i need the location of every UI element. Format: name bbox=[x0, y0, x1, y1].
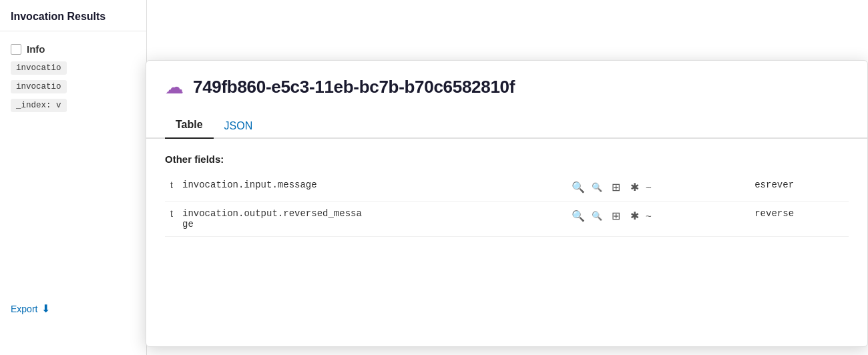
tag-invocation-2: invocatio bbox=[11, 80, 67, 93]
record-id: 749fb860-e5c3-11eb-bc7b-b70c6582810f bbox=[193, 77, 515, 97]
export-icon: ⬇ bbox=[41, 302, 50, 315]
info-label: Info bbox=[27, 43, 45, 55]
type-icon-1: t bbox=[165, 173, 178, 202]
fields-table: t invocation.input.message 🔍 🔍 ⊞ ✱ ~ esr… bbox=[165, 173, 849, 237]
field-value-2: reverse bbox=[750, 202, 849, 237]
tabs-bar: Table JSON bbox=[146, 111, 867, 139]
zoom-in-icon-2[interactable]: 🔍 bbox=[571, 208, 586, 223]
tab-table[interactable]: Table bbox=[165, 112, 214, 139]
export-label: Export bbox=[11, 304, 37, 314]
tab-json[interactable]: JSON bbox=[214, 113, 264, 139]
table-row: t invocation.output.reversed_message 🔍 🔍… bbox=[165, 202, 849, 237]
field-actions-2: 🔍 🔍 ⊞ ✱ ~ bbox=[567, 202, 750, 230]
zoom-in-icon-1[interactable]: 🔍 bbox=[571, 180, 586, 194]
export-button[interactable]: Export ⬇ bbox=[11, 302, 50, 315]
field-name-1: invocation.input.message bbox=[178, 173, 567, 202]
tilde-icon-1[interactable]: ~ bbox=[646, 182, 652, 193]
info-checkbox[interactable] bbox=[11, 44, 21, 55]
field-actions-1: 🔍 🔍 ⊞ ✱ ~ bbox=[567, 173, 750, 201]
flyout-header: ☁ 749fb860-e5c3-11eb-bc7b-b70c6582810f bbox=[146, 61, 867, 97]
cloud-icon: ☁ bbox=[165, 78, 184, 97]
field-name-2: invocation.output.reversed_message bbox=[178, 202, 567, 237]
type-icon-2: t bbox=[165, 202, 178, 237]
other-fields-label: Other fields: bbox=[165, 153, 849, 165]
divider bbox=[0, 31, 146, 31]
zoom-out-icon-1[interactable]: 🔍 bbox=[590, 180, 604, 194]
tilde-icon-2[interactable]: ~ bbox=[646, 210, 652, 222]
zoom-out-icon-2[interactable]: 🔍 bbox=[590, 208, 604, 223]
grid-icon-2[interactable]: ⊞ bbox=[608, 208, 623, 223]
flyout-panel: ☁ 749fb860-e5c3-11eb-bc7b-b70c6582810f T… bbox=[146, 60, 868, 347]
page-title: Invocation Results bbox=[0, 11, 146, 31]
field-value-1: esrever bbox=[750, 173, 849, 202]
fields-section: Other fields: t invocation.input.message… bbox=[146, 139, 867, 237]
asterisk-icon-1[interactable]: ✱ bbox=[627, 180, 642, 194]
tag-invocation-1: invocatio bbox=[11, 61, 67, 75]
tag-index: _index: v bbox=[11, 99, 67, 112]
info-row: Info bbox=[0, 39, 146, 59]
asterisk-icon-2[interactable]: ✱ bbox=[627, 208, 642, 223]
grid-icon-1[interactable]: ⊞ bbox=[608, 180, 623, 194]
table-row: t invocation.input.message 🔍 🔍 ⊞ ✱ ~ esr… bbox=[165, 173, 849, 202]
left-panel: Invocation Results Info invocatio invoca… bbox=[0, 0, 147, 355]
